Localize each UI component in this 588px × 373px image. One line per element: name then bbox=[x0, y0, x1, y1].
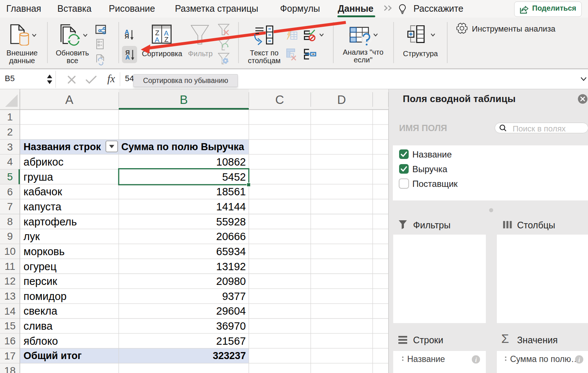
svg-text:20666: 20666 bbox=[216, 231, 246, 242]
svg-text:14144: 14144 bbox=[216, 201, 246, 213]
svg-text:А: А bbox=[125, 54, 130, 61]
svg-text:12: 12 bbox=[4, 275, 15, 287]
svg-text:55928: 55928 bbox=[216, 216, 246, 228]
svg-text:9: 9 bbox=[7, 231, 13, 242]
svg-text:15: 15 bbox=[4, 320, 15, 332]
svg-text:13: 13 bbox=[4, 290, 15, 302]
svg-text:3: 3 bbox=[7, 141, 13, 153]
svg-text:4: 4 bbox=[7, 156, 13, 167]
svg-text:11: 11 bbox=[4, 261, 15, 272]
svg-text:i: i bbox=[475, 356, 477, 363]
svg-text:Сумма по полю Выручка: Сумма по полю Выручка bbox=[121, 141, 244, 152]
svg-text:картофель: картофель bbox=[24, 216, 77, 228]
svg-text:10862: 10862 bbox=[216, 156, 246, 168]
svg-text:36970: 36970 bbox=[216, 320, 246, 332]
svg-text:21567: 21567 bbox=[216, 335, 246, 347]
svg-text:5: 5 bbox=[7, 171, 13, 182]
svg-text:20980: 20980 bbox=[216, 275, 246, 287]
svg-text:5452: 5452 bbox=[222, 171, 246, 183]
svg-text:B: B bbox=[180, 93, 188, 106]
svg-text:Общий итог: Общий итог bbox=[24, 350, 82, 361]
svg-text:323237: 323237 bbox=[213, 350, 246, 361]
svg-text:абрикос: абрикос bbox=[24, 156, 64, 168]
svg-text:i: i bbox=[578, 356, 580, 363]
svg-text:А: А bbox=[155, 36, 159, 44]
svg-text:персик: персик bbox=[24, 275, 57, 287]
svg-text:Z: Z bbox=[164, 36, 169, 43]
svg-text:13192: 13192 bbox=[216, 261, 246, 272]
svg-text:18: 18 bbox=[4, 365, 15, 373]
svg-text:18561: 18561 bbox=[216, 186, 246, 198]
svg-text:29604: 29604 bbox=[216, 305, 246, 317]
svg-text:2: 2 bbox=[7, 126, 13, 138]
svg-text:C: C bbox=[275, 93, 284, 106]
svg-text:9377: 9377 bbox=[222, 290, 246, 302]
svg-text:помидор: помидор bbox=[24, 290, 67, 302]
svg-text:1: 1 bbox=[7, 111, 13, 123]
svg-text:65934: 65934 bbox=[216, 246, 246, 257]
svg-text:8: 8 bbox=[7, 216, 13, 227]
svg-text:лук: лук bbox=[24, 231, 40, 242]
svg-text:слива: слива bbox=[24, 320, 53, 332]
svg-text:10: 10 bbox=[4, 246, 15, 257]
svg-text:14: 14 bbox=[4, 305, 15, 317]
svg-text:7: 7 bbox=[7, 201, 13, 212]
svg-text:морковь: морковь bbox=[24, 246, 65, 257]
svg-text:огурец: огурец bbox=[24, 261, 57, 272]
svg-text:6: 6 bbox=[7, 186, 13, 198]
svg-text:16: 16 bbox=[4, 335, 15, 347]
svg-text:яблоко: яблоко bbox=[24, 335, 58, 347]
svg-text:капуста: капуста bbox=[24, 201, 62, 213]
svg-text:свекла: свекла bbox=[24, 305, 58, 317]
svg-text:Названия строк: Названия строк bbox=[24, 141, 101, 152]
svg-text:груша: груша bbox=[24, 171, 53, 183]
svg-text:D: D bbox=[337, 93, 346, 106]
svg-text:17: 17 bbox=[4, 350, 15, 362]
svg-text:кабачок: кабачок bbox=[24, 186, 62, 198]
svg-text:Я: Я bbox=[125, 33, 129, 40]
svg-text:A: A bbox=[65, 93, 73, 106]
